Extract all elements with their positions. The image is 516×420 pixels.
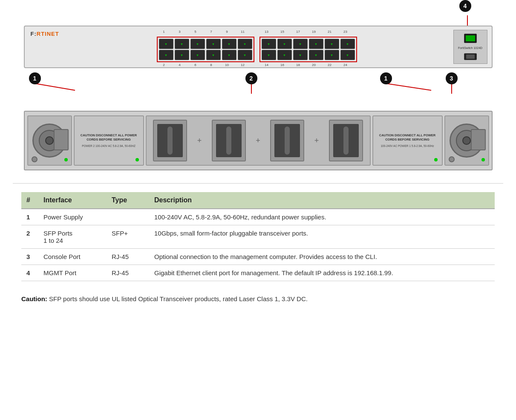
interface-table: # Interface Type Description 1Power Supp…	[21, 192, 495, 281]
cell-interface: MGMT Port	[38, 265, 107, 281]
sfp-port[interactable]	[206, 39, 221, 49]
arrow-1a-svg	[24, 68, 152, 94]
terminal-left	[32, 156, 37, 162]
arrow-4-line	[467, 15, 468, 26]
port-group-2	[259, 37, 357, 62]
cell-num: 3	[21, 249, 38, 265]
sfp-port[interactable]	[262, 50, 276, 60]
cell-interface: SFP Ports1 to 24	[38, 225, 107, 249]
port-label-even: 22	[323, 63, 337, 67]
fan-unit-right	[444, 115, 489, 166]
callout-1b: 1	[380, 72, 392, 84]
mgmt-port-indicator	[466, 35, 475, 41]
center-fans: + + +	[146, 115, 371, 166]
sfp-port[interactable]	[222, 39, 236, 49]
callout-1a: 1	[29, 72, 41, 84]
cell-description: 100-240V AC, 5.8-2.9A, 50-60Hz, redundan…	[149, 209, 495, 225]
console-port[interactable]	[464, 53, 477, 60]
back-panel: CAUTION DISCONNECT ALL POWER CORDS BEFOR…	[24, 111, 493, 170]
port-label-even: 8	[204, 63, 219, 67]
sfp-port[interactable]	[277, 39, 292, 49]
sfp-port[interactable]	[175, 50, 189, 60]
mgmt-port[interactable]	[464, 34, 477, 43]
sfp-port[interactable]	[206, 50, 221, 60]
fan-center-right	[462, 136, 471, 145]
sfp-port[interactable]	[277, 50, 292, 60]
psu1-rating: 100-240V AC POWER 1 5.8-2.9A, 50-60Hz	[381, 144, 434, 148]
port-label-odd: 15	[275, 30, 290, 36]
port-label-odd: 19	[307, 30, 321, 36]
port-label-even: 16	[275, 63, 290, 67]
psu1-caution: CAUTION DISCONNECT ALL POWER CORDS BEFOR…	[376, 133, 439, 142]
cell-description: Gigabit Ethernet client port for managem…	[149, 265, 495, 281]
sfp-port[interactable]	[340, 50, 355, 60]
psu2-led	[135, 158, 139, 161]
sfp-port[interactable]	[325, 50, 339, 60]
svg-line-0	[35, 83, 75, 90]
sfp-port[interactable]	[309, 39, 323, 49]
port-group-1	[157, 37, 254, 62]
sfp-port[interactable]	[325, 39, 339, 49]
sfp-port[interactable]	[293, 39, 308, 49]
sfp-port[interactable]	[262, 39, 276, 49]
sfp-port[interactable]	[190, 50, 205, 60]
port-label-even: 6	[188, 63, 203, 67]
port-label-odd: 7	[204, 30, 219, 36]
plus-sign: +	[197, 136, 202, 145]
port-label-odd: 23	[338, 30, 353, 36]
sfp-port[interactable]	[340, 39, 355, 49]
fan-handle	[167, 126, 173, 155]
cell-interface: Console Port	[38, 249, 107, 265]
port-label-odd: 3	[173, 30, 187, 36]
fan-handle-4	[343, 126, 349, 155]
table-header-row: # Interface Type Description	[21, 192, 495, 209]
sfp-port[interactable]	[309, 50, 323, 60]
sfp-port[interactable]	[293, 50, 308, 60]
port-label-even: 4	[173, 63, 187, 67]
caution-section: Caution: SFP ports should use UL listed …	[0, 290, 516, 313]
port-label-even: 24	[338, 63, 353, 67]
port-row-top	[159, 39, 252, 49]
port-label-odd: 21	[323, 30, 337, 36]
sfp-port[interactable]	[175, 39, 189, 49]
center-fan-grid-4	[333, 124, 359, 157]
power-connector-right	[471, 129, 486, 150]
fan-center	[45, 136, 54, 145]
fan-handle-2	[225, 126, 232, 155]
port-label-even: 10	[220, 63, 234, 67]
fan-unit-left	[27, 115, 72, 166]
port-label-even: 20	[307, 63, 321, 67]
power-connector-left	[54, 129, 69, 150]
sfp-port[interactable]	[222, 50, 236, 60]
port-groups: 1 3 5 7 9 11	[157, 30, 357, 67]
col-header-description: Description	[149, 192, 495, 209]
center-fan-2	[212, 120, 246, 161]
psu-1: CAUTION DISCONNECT ALL POWER CORDS BEFOR…	[372, 115, 443, 166]
sfp-port[interactable]	[238, 39, 252, 49]
port-row-bottom	[262, 50, 355, 60]
cell-num: 4	[21, 265, 38, 281]
cell-description: Optional connection to the management co…	[149, 249, 495, 265]
sfp-port[interactable]	[159, 39, 173, 49]
port-label-even: 14	[259, 63, 274, 67]
port-row-top	[262, 39, 355, 49]
fan-handle-3	[284, 126, 291, 155]
caution-paragraph: Caution: SFP ports should use UL listed …	[21, 294, 495, 304]
table-section: # Interface Type Description 1Power Supp…	[0, 188, 516, 290]
sfp-port[interactable]	[238, 50, 252, 60]
plus-sign-3: +	[314, 136, 319, 145]
plus-sign-2: +	[256, 136, 260, 145]
sfp-port[interactable]	[190, 39, 205, 49]
psu1-led	[434, 158, 438, 161]
brand-logo: F:RTINET	[31, 31, 59, 37]
port-label-odd: 11	[236, 30, 250, 36]
center-fan-4	[329, 120, 363, 161]
center-fan-3	[270, 120, 304, 161]
port-label-even: 2	[157, 63, 171, 67]
sfp-port[interactable]	[159, 50, 173, 60]
col-header-num: #	[21, 192, 38, 209]
callout-4: 4	[459, 0, 471, 12]
cell-description: 10Gbps, small form-factor pluggable tran…	[149, 225, 495, 249]
col-header-interface: Interface	[38, 192, 107, 209]
table-row: 4MGMT PortRJ-45Gigabit Ethernet client p…	[21, 265, 495, 281]
